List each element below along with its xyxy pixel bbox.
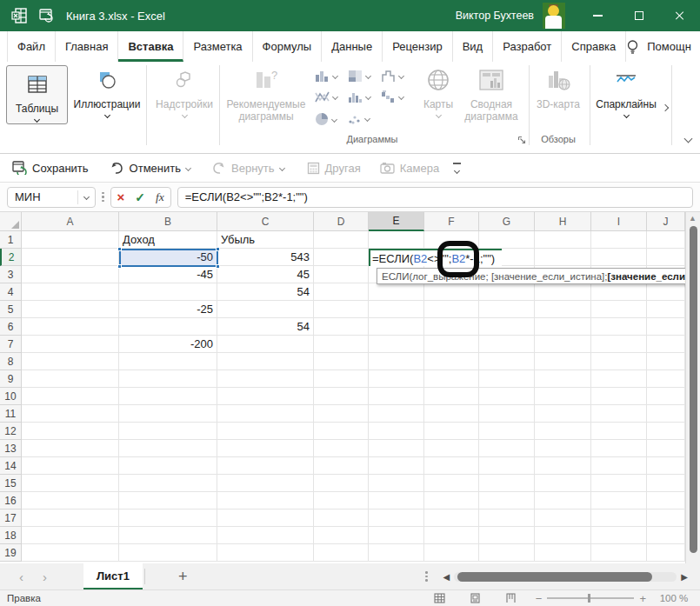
cell-E18[interactable]	[369, 527, 424, 544]
cell-E11[interactable]	[369, 405, 424, 423]
pie-chart-button[interactable]	[315, 112, 337, 126]
tab-Рецензир[interactable]: Рецензир	[383, 31, 453, 62]
cell-H10[interactable]	[535, 388, 591, 405]
normal-view-button[interactable]	[434, 593, 445, 603]
cell-C16[interactable]	[217, 492, 314, 509]
cell-B17[interactable]	[119, 509, 217, 527]
row-header-5[interactable]: 5	[0, 301, 22, 318]
scroll-up-icon[interactable]: ▲	[689, 214, 697, 223]
horizontal-scroll-track[interactable]	[454, 572, 677, 582]
cell-F12[interactable]	[424, 423, 479, 440]
insert-function-icon[interactable]: fx	[156, 190, 164, 204]
cell-D4[interactable]	[314, 283, 369, 301]
cell-G4[interactable]	[479, 283, 535, 301]
cell-B16[interactable]	[119, 492, 217, 509]
cell-B6[interactable]	[119, 318, 217, 336]
cell-H11[interactable]	[535, 405, 591, 423]
help-button[interactable]: Помощн	[626, 39, 691, 55]
user-avatar[interactable]	[543, 3, 565, 29]
cell-I4[interactable]	[591, 283, 647, 301]
cell-G19[interactable]	[479, 544, 535, 562]
cell-I5[interactable]	[591, 301, 647, 318]
cell-H5[interactable]	[535, 301, 591, 318]
map3d-button[interactable]: 3D-карта	[534, 65, 583, 110]
cell-I14[interactable]	[591, 457, 647, 475]
cell-C8[interactable]	[217, 353, 314, 370]
row-header-1[interactable]: 1	[0, 231, 22, 249]
sparklines-expand-icon[interactable]	[663, 98, 668, 114]
cell-F5[interactable]	[424, 301, 479, 318]
cell-E5[interactable]	[369, 301, 424, 318]
cell-D5[interactable]	[314, 301, 369, 318]
select-all-corner[interactable]	[0, 212, 22, 231]
maximize-button[interactable]	[618, 0, 659, 31]
cell-A18[interactable]	[22, 527, 119, 544]
chevron-down-icon[interactable]	[83, 194, 90, 200]
cell-J7[interactable]	[647, 336, 685, 353]
tab-Данные[interactable]: Данные	[322, 31, 383, 62]
cell-J11[interactable]	[647, 405, 685, 423]
tab-Формулы[interactable]: Формулы	[253, 31, 323, 62]
cell-F19[interactable]	[424, 544, 479, 562]
cell-A7[interactable]	[22, 336, 119, 353]
cell-E16[interactable]	[369, 492, 424, 509]
cell-A11[interactable]	[22, 405, 119, 423]
cell-B19[interactable]	[119, 544, 217, 562]
zoom-level[interactable]: 100 %	[651, 593, 697, 603]
row-header-4[interactable]: 4	[0, 283, 22, 301]
row-header-8[interactable]: 8	[0, 353, 22, 370]
zoom-slider[interactable]	[547, 597, 634, 599]
cell-E17[interactable]	[369, 509, 424, 527]
cell-A9[interactable]	[22, 370, 119, 388]
cell-C10[interactable]	[217, 388, 314, 405]
cell-G1[interactable]	[479, 231, 535, 249]
cell-B7[interactable]: -200	[119, 336, 217, 353]
tab-Вид[interactable]: Вид	[453, 31, 494, 62]
cell-G5[interactable]	[479, 301, 535, 318]
zoom-slider-thumb[interactable]	[588, 594, 590, 603]
cell-I19[interactable]	[591, 544, 647, 562]
cell-I9[interactable]	[591, 370, 647, 388]
cell-I10[interactable]	[591, 388, 647, 405]
zoom-out-button[interactable]: −	[536, 592, 543, 605]
cell-J10[interactable]	[647, 388, 685, 405]
cell-F13[interactable]	[424, 440, 479, 457]
cell-C2[interactable]: 543	[217, 249, 314, 266]
cell-D12[interactable]	[314, 423, 369, 440]
cell-J4[interactable]	[647, 283, 685, 301]
cell-C6[interactable]: 54	[217, 318, 314, 336]
cell-J9[interactable]	[647, 370, 685, 388]
undo-button[interactable]: Отменить	[110, 162, 190, 175]
cell-H1[interactable]	[535, 231, 591, 249]
cell-E19[interactable]	[369, 544, 424, 562]
selection-handle[interactable]	[117, 264, 122, 269]
row-header-12[interactable]: 12	[0, 423, 22, 440]
cell-I13[interactable]	[591, 440, 647, 457]
scroll-right-icon[interactable]: ▶	[681, 572, 688, 582]
col-header-I[interactable]: I	[591, 212, 647, 231]
prev-sheet-icon[interactable]: ‹	[19, 569, 23, 584]
cell-I2[interactable]	[591, 249, 647, 266]
row-header-9[interactable]: 9	[0, 370, 22, 388]
cell-F16[interactable]	[424, 492, 479, 509]
cell-J13[interactable]	[647, 440, 685, 457]
cell-C12[interactable]	[217, 423, 314, 440]
sheet-tab-active[interactable]: Лист1	[83, 563, 143, 589]
cell-A13[interactable]	[22, 440, 119, 457]
cell-E12[interactable]	[369, 423, 424, 440]
cell-B10[interactable]	[119, 388, 217, 405]
cell-B13[interactable]	[119, 440, 217, 457]
reference-range-b2[interactable]	[119, 249, 218, 267]
other-button[interactable]: Другая	[307, 162, 361, 175]
cell-G18[interactable]	[479, 527, 535, 544]
zoom-in-button[interactable]: +	[639, 592, 646, 605]
selection-handle[interactable]	[117, 247, 122, 251]
cell-H6[interactable]	[535, 318, 591, 336]
row-header-16[interactable]: 16	[0, 492, 22, 509]
cell-I15[interactable]	[591, 475, 647, 492]
row-header-17[interactable]: 17	[0, 509, 22, 527]
vertical-scrollbar[interactable]: ▲	[685, 212, 700, 563]
col-header-H[interactable]: H	[535, 212, 591, 231]
row-header-19[interactable]: 19	[0, 544, 22, 562]
redo-button[interactable]: Вернуть	[211, 162, 284, 175]
